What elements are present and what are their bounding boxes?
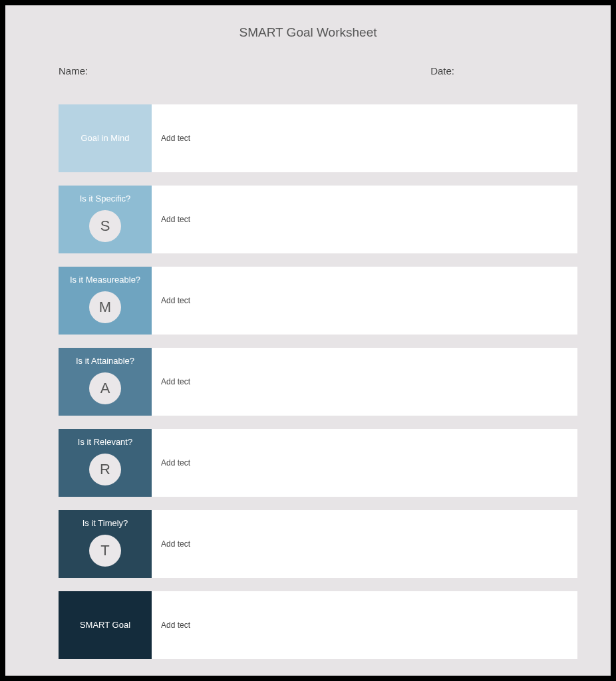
row-relevant: Is it Relevant? R Add tect — [59, 429, 577, 497]
row-label-cell: Goal in Mind — [59, 104, 152, 172]
row-input-cell[interactable]: Add tect — [152, 510, 577, 578]
row-label: Goal in Mind — [81, 133, 130, 144]
row-placeholder: Add tect — [161, 458, 190, 468]
letter: A — [100, 380, 110, 397]
rows-container: Goal in Mind Add tect Is it Specific? S … — [22, 104, 594, 659]
row-attainable: Is it Attainable? A Add tect — [59, 348, 577, 416]
worksheet-page: SMART Goal Worksheet Name: Date: Goal in… — [5, 5, 611, 676]
header-row: Name: Date: — [22, 65, 594, 76]
name-label: Name: — [59, 65, 88, 76]
row-specific: Is it Specific? S Add tect — [59, 186, 577, 253]
date-label: Date: — [430, 65, 454, 76]
row-placeholder: Add tect — [161, 620, 190, 630]
row-measureable: Is it Measureable? M Add tect — [59, 267, 577, 335]
row-label-cell: Is it Timely? T — [59, 510, 152, 578]
row-label-cell: SMART Goal — [59, 591, 152, 659]
letter: R — [100, 461, 110, 478]
row-timely: Is it Timely? T Add tect — [59, 510, 577, 578]
row-placeholder: Add tect — [161, 215, 190, 224]
letter: M — [99, 299, 111, 316]
letter: T — [100, 542, 109, 559]
row-label: Is it Timely? — [82, 518, 128, 529]
row-label: Is it Relevant? — [78, 437, 132, 448]
row-placeholder: Add tect — [161, 377, 190, 386]
row-label: SMART Goal — [80, 620, 130, 631]
row-label: Is it Attainable? — [76, 356, 134, 367]
row-smart-goal: SMART Goal Add tect — [59, 591, 577, 659]
letter: S — [100, 217, 110, 235]
letter-circle: A — [89, 372, 121, 404]
row-label-cell: Is it Attainable? A — [59, 348, 152, 416]
row-label-cell: Is it Measureable? M — [59, 267, 152, 335]
letter-circle: S — [89, 210, 121, 242]
row-label: Is it Specific? — [80, 194, 131, 205]
row-input-cell[interactable]: Add tect — [152, 104, 577, 172]
letter-circle: R — [89, 454, 121, 485]
row-input-cell[interactable]: Add tect — [152, 267, 577, 335]
row-placeholder: Add tect — [161, 296, 190, 305]
row-input-cell[interactable]: Add tect — [152, 348, 577, 416]
page-title: SMART Goal Worksheet — [22, 25, 594, 40]
row-label-cell: Is it Specific? S — [59, 186, 152, 253]
row-label: Is it Measureable? — [70, 275, 140, 286]
row-placeholder: Add tect — [161, 539, 190, 549]
row-goal-in-mind: Goal in Mind Add tect — [59, 104, 577, 172]
row-input-cell[interactable]: Add tect — [152, 186, 577, 253]
row-input-cell[interactable]: Add tect — [152, 429, 577, 497]
row-label-cell: Is it Relevant? R — [59, 429, 152, 497]
letter-circle: T — [89, 535, 121, 567]
row-placeholder: Add tect — [161, 134, 190, 143]
row-input-cell[interactable]: Add tect — [152, 591, 577, 659]
letter-circle: M — [89, 291, 121, 323]
